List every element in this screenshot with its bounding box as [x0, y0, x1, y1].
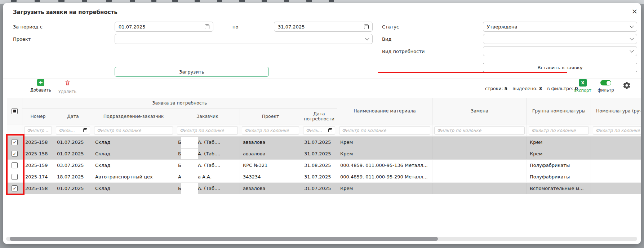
- filter-department-input[interactable]: [97, 128, 170, 133]
- calendar-icon[interactable]: [328, 128, 332, 132]
- table-row[interactable]: 2025-174 18.07.2025 Автотранспортный цех…: [7, 171, 641, 183]
- horizontal-scrollbar-track[interactable]: [6, 237, 637, 241]
- redaction-overlay: [181, 137, 198, 148]
- filter-project-input[interactable]: [245, 128, 296, 133]
- status-select[interactable]: Утверждена: [483, 22, 637, 32]
- cell-number: 2025-158: [22, 137, 54, 148]
- col-header-number[interactable]: Номер: [22, 109, 54, 124]
- excel-export-icon: X: [579, 79, 587, 87]
- col-header-material[interactable]: Наименование материала: [337, 98, 432, 124]
- settings-button[interactable]: [622, 81, 631, 91]
- requests-table: ■ Заявка за потребность Номер Дата Подра…: [7, 98, 641, 194]
- row-checkbox[interactable]: ✓: [12, 139, 18, 145]
- toolbar-icon[interactable]: [130, 0, 135, 2]
- row-checkbox[interactable]: [12, 174, 18, 180]
- filter-need-date-input[interactable]: [306, 128, 327, 133]
- toolbar-icon[interactable]: [82, 0, 87, 2]
- cell-project: авзалова: [240, 137, 301, 148]
- toolbar-icon[interactable]: [306, 0, 312, 2]
- export-button[interactable]: X экспорт: [573, 79, 593, 93]
- filter-row: [7, 124, 641, 137]
- col-header-project[interactable]: Проект: [240, 109, 301, 124]
- cell-number: 2025-159: [22, 160, 54, 171]
- horizontal-scrollbar-thumb[interactable]: [10, 237, 438, 241]
- table-row[interactable]: ✓ 2025-158 01.07.2025 Склад БА. (Таб....…: [7, 148, 641, 160]
- filter-date-input[interactable]: [59, 128, 82, 133]
- project-select[interactable]: [115, 34, 373, 44]
- filter-nomenclature-manual-input[interactable]: [596, 128, 641, 133]
- table-row[interactable]: ✓ 2025-158 01.07.2025 Склад БА. (Таб....…: [7, 183, 641, 194]
- cell-need-date: 31.07.2025: [301, 183, 337, 194]
- toolbar-icon[interactable]: [195, 0, 200, 2]
- select-all-checkbox[interactable]: ■: [12, 108, 18, 114]
- filter-toggle-label: фильтр: [598, 88, 614, 93]
- close-icon[interactable]: ×: [630, 7, 639, 15]
- filter-number-input[interactable]: [27, 128, 49, 133]
- date-from-field[interactable]: 01.07.2025: [115, 22, 213, 32]
- toolbar-icon[interactable]: [262, 0, 267, 2]
- date-to-field[interactable]: 31.07.2025: [274, 22, 373, 32]
- filter-toggle[interactable]: фильтр: [596, 79, 616, 93]
- toolbar-icon[interactable]: [284, 0, 289, 2]
- toolbar-icon[interactable]: [58, 0, 65, 2]
- toggle-on-icon[interactable]: [600, 80, 611, 85]
- redaction-overlay: [181, 183, 198, 194]
- row-checkbox[interactable]: [12, 162, 18, 168]
- load-button[interactable]: Загрузить: [115, 67, 269, 77]
- cell-project: 343234: [240, 171, 301, 182]
- cell-material: 000.4859. 011.000-95-136 Металл...: [337, 160, 432, 171]
- table-row[interactable]: ✓ 2025-158 01.07.2025 Склад БА. (Таб....…: [7, 137, 641, 148]
- redaction-overlay: [181, 172, 198, 182]
- date-to-value: 31.07.2025: [278, 24, 305, 30]
- delete-button[interactable]: Удалить: [56, 79, 79, 94]
- col-header-date[interactable]: Дата: [54, 109, 92, 124]
- filter-customer-input[interactable]: [180, 128, 235, 133]
- toolbar-icon[interactable]: [172, 0, 178, 2]
- cell-nomenclature-manual: [591, 183, 641, 194]
- filter-replacement-input[interactable]: [437, 128, 522, 133]
- col-header-nomenclature-group[interactable]: Группа номенклатуры: [527, 98, 591, 124]
- group-header: Заявка за потребность: [22, 98, 337, 109]
- cell-material: 000.4859. 011.000-95-290 Металл...: [337, 171, 432, 182]
- calendar-icon[interactable]: [205, 25, 209, 29]
- cell-material: Крем: [337, 148, 432, 159]
- project-label: Проект: [13, 36, 31, 42]
- toolbar-icon[interactable]: [239, 0, 245, 2]
- toolbar-icon[interactable]: [329, 0, 334, 2]
- period-to-label: по: [232, 24, 238, 30]
- cell-nomenclature-manual: [591, 148, 641, 159]
- cell-customer: БА. (Таб....: [175, 183, 240, 194]
- status-value: Утверждена: [487, 24, 518, 30]
- cell-project: авзалова: [240, 183, 301, 194]
- period-from-label: За период с: [13, 24, 43, 30]
- toolbar-divider: [3, 79, 641, 79]
- table-row[interactable]: 2025-159 03.07.2025 Склад БА. (Таб.... К…: [7, 160, 641, 171]
- col-header-replacement[interactable]: Замена: [432, 98, 527, 124]
- row-checkbox[interactable]: ✓: [12, 185, 18, 191]
- toolbar-icon[interactable]: [106, 0, 112, 2]
- toolbar-icon[interactable]: [35, 0, 40, 2]
- calendar-icon[interactable]: [83, 128, 87, 132]
- toolbar-icon[interactable]: [217, 0, 222, 2]
- calendar-icon[interactable]: [364, 25, 369, 29]
- filter-nomenclature-group-input[interactable]: [532, 128, 586, 133]
- col-header-need-date[interactable]: Дата потребности: [301, 109, 337, 124]
- cell-replacement: [432, 160, 527, 171]
- cell-date: 01.07.2025: [54, 148, 92, 159]
- insert-button[interactable]: Вставить в заявку: [483, 63, 637, 72]
- toolbar-icon[interactable]: [11, 0, 17, 2]
- need-kind-select[interactable]: [483, 46, 637, 56]
- plus-icon: +: [37, 79, 44, 86]
- col-header-nomenclature-manual[interactable]: Номенклатура (руч. ввод): [591, 98, 641, 124]
- redaction-overlay: [181, 149, 198, 159]
- row-checkbox[interactable]: ✓: [12, 151, 18, 157]
- col-header-department[interactable]: Подразделение-заказчик: [92, 109, 175, 124]
- col-header-customer[interactable]: Заказчик: [175, 109, 240, 124]
- kind-select[interactable]: [483, 34, 637, 44]
- add-button[interactable]: + Добавить: [29, 79, 52, 93]
- cell-project: КРС №321: [240, 160, 301, 171]
- filter-material-input[interactable]: [342, 128, 427, 133]
- cell-nomenclature-group: Крем: [527, 137, 591, 148]
- load-requests-dialog: Загрузить заявки на потребность × За пер…: [3, 3, 641, 244]
- toolbar-icon[interactable]: [151, 0, 156, 2]
